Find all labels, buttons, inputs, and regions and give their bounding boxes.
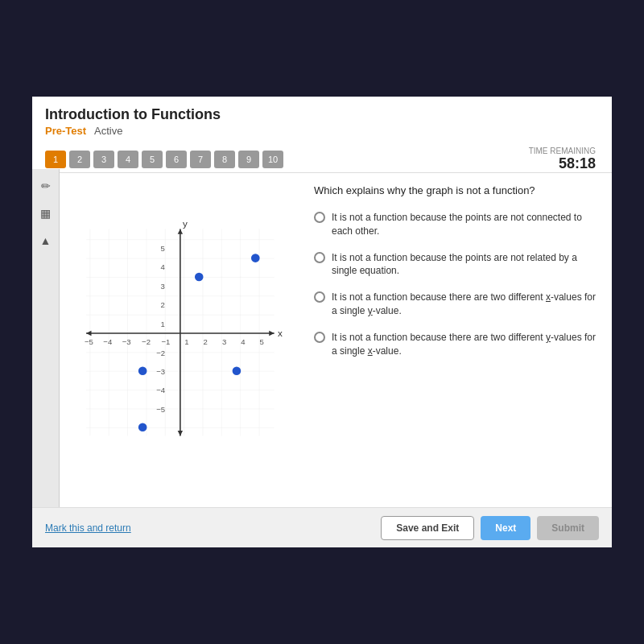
svg-text:−5: −5	[156, 405, 165, 414]
svg-text:5: 5	[160, 244, 164, 253]
graph-section: x y −5 −4 −3 −2 −1 1 2 3 4 5 5 4 3 2	[60, 173, 301, 507]
svg-text:4: 4	[241, 337, 246, 346]
next-button[interactable]: Next	[481, 516, 530, 540]
svg-text:−1: −1	[162, 337, 171, 346]
svg-text:−4: −4	[103, 337, 113, 346]
main-screen: Introduction to Functions Pre-Test Activ…	[32, 97, 612, 547]
tab-7[interactable]: 7	[190, 151, 211, 168]
question-tabs: 1 2 3 4 5 6 7 8 9 10	[45, 151, 283, 168]
option-d-text: It is not a function because there are t…	[332, 331, 599, 358]
x-axis-label: x	[278, 328, 283, 338]
svg-text:2: 2	[160, 300, 164, 309]
mark-return-link[interactable]: Mark this and return	[45, 522, 131, 534]
svg-text:−5: −5	[85, 337, 93, 346]
active-label: Active	[94, 125, 122, 137]
option-a-text: It is not a function because the points …	[332, 211, 599, 238]
question-section: Which explains why the graph is not a fu…	[301, 173, 612, 507]
svg-text:−2: −2	[142, 337, 151, 346]
svg-text:3: 3	[222, 337, 226, 346]
tab-4[interactable]: 4	[118, 151, 138, 168]
time-label: TIME REMAINING	[529, 147, 596, 155]
header: Introduction to Functions Pre-Test Activ…	[32, 97, 612, 173]
svg-text:1: 1	[160, 320, 164, 328]
svg-text:−2: −2	[156, 349, 165, 357]
arrow-up-icon[interactable]: ▲	[35, 230, 56, 251]
svg-text:1: 1	[184, 337, 188, 346]
svg-text:−4: −4	[156, 386, 166, 394]
nav-row: 1 2 3 4 5 6 7 8 9 10 TIME REMAINING 58:1…	[45, 142, 599, 172]
tab-10[interactable]: 10	[262, 151, 283, 168]
option-b-row[interactable]: It is not a function because the points …	[314, 251, 599, 279]
option-c-row[interactable]: It is not a function because there are t…	[314, 291, 599, 318]
svg-text:2: 2	[204, 337, 208, 346]
svg-text:−3: −3	[156, 367, 165, 376]
point-1-3	[195, 273, 204, 282]
option-d-row[interactable]: It is not a function because there are t…	[314, 331, 599, 358]
content-area: x y −5 −4 −3 −2 −1 1 2 3 4 5 5 4 3 2	[32, 173, 612, 507]
time-remaining: TIME REMAINING 58:18	[529, 147, 596, 172]
option-c-radio[interactable]	[314, 291, 325, 303]
option-b-text: It is not a function because the points …	[332, 251, 599, 279]
save-exit-button[interactable]: Save and Exit	[381, 516, 474, 540]
option-a-radio[interactable]	[314, 212, 325, 223]
tab-5[interactable]: 5	[142, 151, 163, 168]
option-a-row[interactable]: It is not a function because the points …	[314, 211, 599, 238]
svg-text:5: 5	[260, 337, 264, 346]
option-b-radio[interactable]	[314, 252, 325, 263]
tab-3[interactable]: 3	[93, 151, 114, 168]
y-axis-label: y	[183, 218, 188, 229]
submit-button[interactable]: Submit	[537, 516, 599, 540]
tab-8[interactable]: 8	[214, 151, 235, 168]
tab-2[interactable]: 2	[69, 151, 90, 168]
svg-text:3: 3	[160, 282, 164, 291]
pencil-icon[interactable]: ✏	[35, 175, 56, 196]
point-neg2-neg5	[138, 423, 147, 431]
subtitle-row: Pre-Test Active	[45, 125, 599, 137]
calculator-icon[interactable]: ▦	[35, 203, 56, 224]
page-title: Introduction to Functions	[45, 106, 599, 123]
time-value: 58:18	[529, 155, 596, 172]
tab-1[interactable]: 1	[45, 151, 66, 168]
svg-text:−3: −3	[122, 337, 131, 346]
point-neg2-neg2	[138, 366, 147, 375]
tab-9[interactable]: 9	[238, 151, 259, 168]
option-d-radio[interactable]	[314, 332, 325, 343]
svg-text:4: 4	[160, 262, 165, 271]
point-3-neg2	[233, 366, 242, 375]
option-c-text: It is not a function because there are t…	[332, 291, 599, 318]
footer: Mark this and return Save and Exit Next …	[32, 507, 612, 547]
question-text: Which explains why the graph is not a fu…	[314, 184, 599, 196]
sidebar: ✏ ▦ ▲	[32, 169, 60, 507]
coordinate-graph: x y −5 −4 −3 −2 −1 1 2 3 4 5 5 4 3 2	[71, 181, 293, 499]
point-4-4	[251, 254, 260, 262]
footer-buttons: Save and Exit Next Submit	[381, 516, 599, 540]
pre-test-label: Pre-Test	[45, 125, 86, 137]
tab-6[interactable]: 6	[166, 151, 187, 168]
